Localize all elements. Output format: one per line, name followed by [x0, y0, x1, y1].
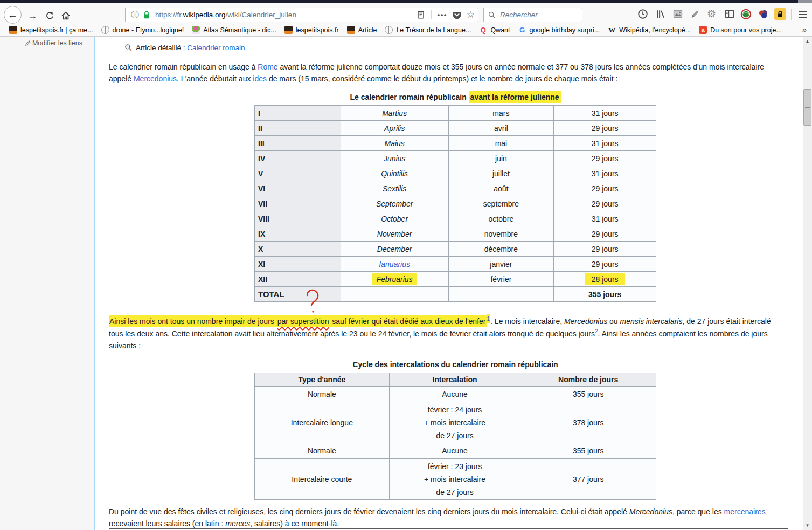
days-cell: 29 jours	[554, 181, 656, 196]
latin-month: November	[377, 230, 412, 238]
table-row: IMartiusmars31 jours	[255, 106, 656, 121]
month-number-cell: XII	[255, 272, 341, 287]
bookmark-item[interactable]: WWikipédia, l'encyclopé...	[605, 25, 693, 35]
navigation-toolbar: ← → ⓘ https://fr.wikipedia.org/wiki/Cale…	[0, 3, 812, 24]
reader-mode-icon[interactable]	[417, 10, 425, 19]
column-header: Type d'année	[255, 373, 390, 387]
bookmark-item[interactable]: lespetitspois.fr	[282, 25, 342, 35]
site-info-icon[interactable]: ⓘ	[131, 10, 139, 20]
intercalation-line: Aucune	[393, 444, 517, 457]
latin-month-cell: Februarius	[341, 272, 448, 287]
padlock-icon	[776, 10, 784, 18]
refresh-icon	[45, 11, 54, 20]
table1-title-highlighted: avant la réforme julienne	[469, 91, 561, 103]
screenshot-extension-button[interactable]	[672, 9, 683, 19]
days-value: 31 jours	[592, 169, 619, 178]
days-cell: 29 jours	[554, 121, 656, 136]
bookmark-item[interactable]: Article	[344, 25, 380, 35]
https-lock-icon[interactable]	[143, 11, 150, 19]
pocket-icon[interactable]	[452, 10, 462, 20]
latin-month-cell: Ianuarius	[341, 257, 448, 272]
page-actions-icon[interactable]: •••	[438, 11, 447, 19]
library-button[interactable]	[655, 9, 666, 19]
url-bar[interactable]: ⓘ https://fr.wikipedia.org/wiki/Calendri…	[125, 8, 478, 22]
bookmark-label: Wikipédia, l'encyclopé...	[619, 26, 691, 34]
table-row: XDecemberdécembre29 jours	[255, 242, 656, 257]
red-annotation-hook	[305, 289, 322, 316]
french-month-cell: août	[448, 181, 554, 196]
days-value: 31 jours	[592, 215, 619, 223]
scrollbar-up-button[interactable]: ▲	[803, 37, 812, 46]
empty-cell	[448, 287, 554, 302]
french-month-cell: juin	[448, 151, 554, 166]
bookmarks-overflow-icon[interactable]: »	[802, 25, 807, 34]
bookmark-item[interactable]: drone - Etymo...logique!	[99, 25, 187, 35]
bookmark-star-icon[interactable]: ☆	[467, 9, 475, 20]
home-button[interactable]	[59, 9, 72, 22]
spheres-extension-icon	[758, 9, 769, 20]
latin-month: Februarius	[372, 273, 417, 285]
bookmark-label: lespetitspois.fr	[296, 26, 339, 34]
scrollbar-thumb[interactable]	[803, 89, 811, 126]
latin-month-cell: Sextilis	[341, 181, 448, 196]
wiki-link[interactable]: mercenaires	[724, 507, 766, 516]
bookmarks-toolbar: lespetitspois.fr | ça me...drone - Etymo…	[0, 24, 812, 37]
text-segment: par superstition	[277, 315, 330, 327]
table-row: IXNovembernovembre29 jours	[255, 226, 656, 242]
table-row: XIIanuariusjanvier29 jours	[255, 257, 656, 272]
gear-extension-button[interactable]: ⚙	[707, 8, 716, 20]
bookmark-item[interactable]: lespetitspois.fr | ça me...	[6, 25, 96, 35]
intercalation-line: + mois intercalaire	[393, 416, 517, 429]
latin-month: Aprilis	[384, 124, 405, 133]
latin-month: Junius	[384, 154, 405, 163]
table-row: VQuintilisjuillet31 jours	[255, 166, 656, 181]
month-number-cell: X	[255, 242, 341, 257]
scrollbar[interactable]: ▲ ▼	[803, 37, 812, 530]
bookmark-item[interactable]: Ggoogle birthday surpri...	[516, 25, 603, 35]
menu-button[interactable]	[796, 10, 808, 19]
edit-links-label: Modifier les liens	[32, 39, 82, 47]
months-table: IMartiusmars31 joursIIAprilisavril29 jou…	[254, 105, 656, 302]
wiki-link[interactable]: Rome	[258, 63, 277, 71]
bookmark-item[interactable]: Atlas Sémantique - dic...	[189, 25, 279, 35]
bookmark-label: drone - Etymo...logique!	[113, 26, 184, 34]
pen-extension-button[interactable]	[690, 9, 700, 19]
days-value: 31 jours	[592, 139, 619, 148]
privacy-extension-button[interactable]	[774, 8, 786, 20]
intercalation-line: + mois intercalaire	[393, 473, 517, 486]
text-segment: Ainsi les mois ont tous un nombre impair…	[109, 315, 277, 327]
globe-extension-icon	[740, 9, 752, 20]
spheres-extension-button[interactable]	[758, 9, 769, 20]
back-button[interactable]: ←	[4, 6, 22, 24]
total-label-cell: TOTAL	[255, 287, 341, 302]
next-section-edge	[109, 528, 788, 529]
wiki-link[interactable]: Ianuarius	[379, 260, 410, 269]
globe-favicon	[101, 26, 109, 34]
globe-extension-button[interactable]	[740, 9, 752, 20]
latin-month-cell: Martius	[341, 106, 448, 121]
bookmark-item[interactable]: QQwant	[476, 25, 512, 35]
history-button[interactable]	[637, 9, 648, 19]
url-domain: wikipedia.org	[183, 11, 226, 19]
wiki-link[interactable]: Mercedonius	[134, 74, 177, 83]
edit-links-button[interactable]: Modifier les liens	[0, 39, 82, 47]
intercalation-cell: février : 23 jours+ mois intercalairede …	[389, 459, 520, 500]
bookmark-label: lespetitspois.fr | ça me...	[20, 26, 93, 34]
days-cell: 377 jours	[520, 459, 656, 500]
french-month-cell: septembre	[448, 196, 554, 211]
scrollbar-down-button[interactable]: ▼	[803, 521, 812, 530]
reference-link[interactable]: 1	[487, 314, 491, 323]
bookmark-item[interactable]: Le Trésor de la Langue...	[382, 25, 474, 35]
wiki-link[interactable]: ides	[253, 74, 267, 83]
qwant-favicon: Q	[479, 26, 487, 34]
text-segment: Le calendrier romain républicain en usag…	[109, 63, 258, 71]
bookmark-item[interactable]: aDu son pour vos proje...	[696, 25, 785, 35]
refresh-button[interactable]	[43, 9, 56, 22]
screenshot-icon	[672, 9, 683, 19]
bookmark-label: Le Trésor de la Langue...	[396, 26, 471, 34]
search-icon	[488, 11, 496, 19]
hatnote-link[interactable]: Calendrier romain	[187, 44, 245, 52]
search-bar[interactable]: Rechercher	[483, 8, 582, 22]
sidebars-button[interactable]	[724, 9, 735, 19]
forward-button[interactable]: →	[26, 9, 39, 22]
